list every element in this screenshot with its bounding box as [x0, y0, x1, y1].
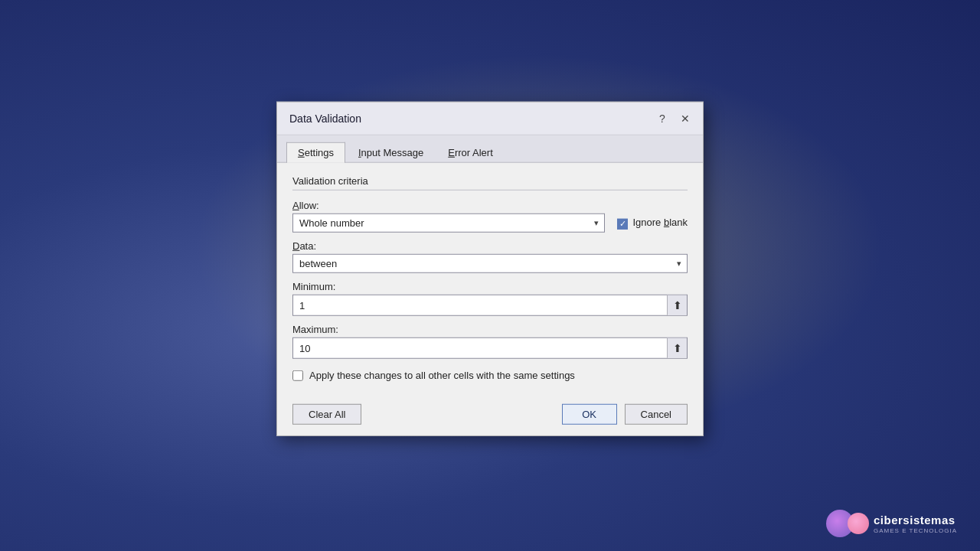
minimum-field: Minimum: ⬆ — [292, 281, 688, 316]
maximum-input[interactable] — [293, 339, 667, 357]
apply-changes-label: Apply these changes to all other cells w… — [309, 370, 575, 381]
ok-button[interactable]: OK — [562, 404, 617, 425]
allow-field: Allow: Whole number Any value Decimal Li… — [292, 200, 605, 233]
data-select-wrapper: between not between equal to not equal t… — [292, 254, 688, 273]
maximum-input-wrapper: ⬆ — [292, 337, 688, 359]
close-button[interactable]: ✕ — [677, 110, 694, 127]
tab-bar: Settings Input Message Error Alert — [277, 135, 703, 163]
tab-error-alert-label: Error Alert — [448, 147, 493, 158]
allow-select[interactable]: Whole number Any value Decimal List Date… — [292, 214, 605, 233]
watermark-sub-label: GAMES E TECNOLOGIA — [874, 527, 957, 534]
footer-left: Clear All — [292, 404, 361, 425]
footer-right: OK Cancel — [562, 404, 688, 425]
minimum-input-wrapper: ⬆ — [292, 295, 688, 316]
title-controls: ? ✕ — [654, 110, 694, 127]
help-button[interactable]: ? — [654, 110, 671, 127]
tab-input-message-label: Input Message — [358, 147, 423, 158]
ignore-blank-checkbox[interactable] — [617, 218, 628, 229]
validation-criteria-heading: Validation criteria — [292, 175, 688, 191]
data-field: Data: between not between equal to not e… — [292, 240, 688, 273]
cancel-button[interactable]: Cancel — [625, 404, 688, 425]
maximum-field: Maximum: ⬆ — [292, 324, 688, 359]
data-validation-dialog: Data Validation ? ✕ Settings Input Messa… — [276, 102, 704, 436]
minimum-cell-ref-button[interactable]: ⬆ — [667, 295, 687, 315]
watermark: cibersistemas GAMES E TECNOLOGIA — [826, 510, 957, 537]
minimum-input[interactable] — [293, 296, 667, 314]
dialog-title-bar: Data Validation ? ✕ — [277, 103, 703, 135]
apply-changes-checkbox[interactable] — [292, 370, 303, 381]
ignore-blank-label: Ignore blank — [632, 217, 688, 228]
dialog-body: Validation criteria Allow: Whole number … — [277, 163, 703, 396]
ignore-blank-field: Ignore blank — [617, 217, 688, 230]
data-select[interactable]: between not between equal to not equal t… — [292, 254, 688, 273]
tab-settings[interactable]: Settings — [286, 142, 345, 163]
clear-all-button[interactable]: Clear All — [292, 404, 361, 425]
tab-input-message[interactable]: Input Message — [347, 142, 435, 163]
allow-select-wrapper: Whole number Any value Decimal List Date… — [292, 214, 605, 233]
allow-label: Allow: — [292, 200, 605, 211]
watermark-logo — [826, 510, 869, 537]
apply-changes-row: Apply these changes to all other cells w… — [292, 370, 688, 381]
dialog-footer: Clear All OK Cancel — [277, 396, 703, 435]
watermark-text-block: cibersistemas GAMES E TECNOLOGIA — [874, 514, 957, 534]
watermark-circle-pink — [848, 513, 869, 534]
allow-row: Allow: Whole number Any value Decimal Li… — [292, 200, 688, 240]
minimum-label: Minimum: — [292, 281, 688, 292]
tab-settings-label: Settings — [298, 147, 334, 158]
watermark-brand-name: cibersistemas — [874, 514, 957, 527]
tab-error-alert[interactable]: Error Alert — [436, 142, 505, 163]
maximum-cell-ref-button[interactable]: ⬆ — [667, 338, 687, 358]
data-label: Data: — [292, 240, 688, 252]
maximum-label: Maximum: — [292, 324, 688, 335]
dialog-title: Data Validation — [289, 112, 361, 125]
